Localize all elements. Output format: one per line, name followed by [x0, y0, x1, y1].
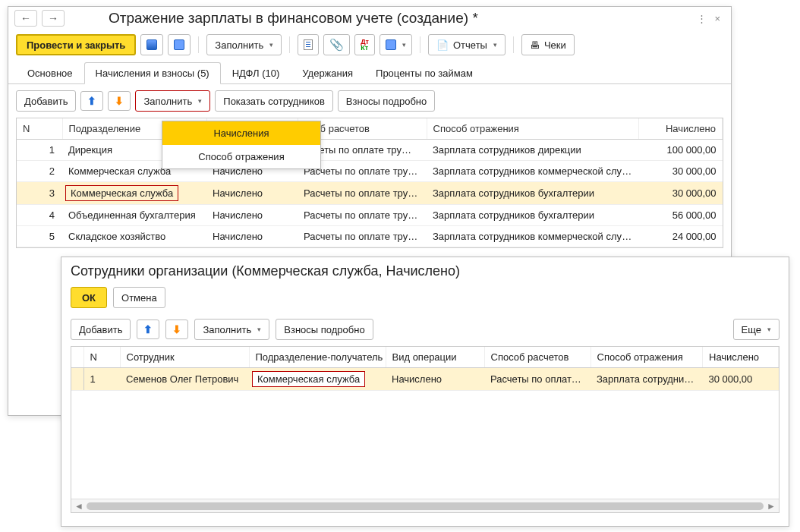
add-button[interactable]: Добавить	[16, 90, 76, 112]
col-n[interactable]: N	[83, 347, 120, 368]
cell-op: Начислено	[206, 182, 298, 205]
attach-button[interactable]: 📎	[323, 34, 350, 55]
chevron-down-icon: ▾	[493, 41, 497, 49]
col-dept[interactable]: Подразделение-получатель	[249, 347, 386, 368]
titlebar: ← → Отражение зарплаты в финансовом учет…	[8, 7, 731, 31]
col-n[interactable]: N	[17, 118, 62, 140]
save-button[interactable]	[140, 34, 163, 55]
tab-deductions[interactable]: Удержания	[291, 62, 364, 84]
cancel-button[interactable]: Отмена	[113, 287, 165, 308]
cell-amt: 30 000,00	[703, 368, 779, 391]
fill-button[interactable]: Заполнить ▾	[194, 319, 269, 340]
document-button[interactable]	[298, 34, 319, 55]
table-row[interactable]: 4 Объединенная бухгалтерия Начислено Рас…	[17, 205, 723, 226]
fill-dropdown: Начисления Способ отражения	[162, 121, 321, 169]
chevron-down-icon: ▾	[767, 326, 771, 333]
grid-header-row: N Сотрудник Подразделение-получатель Вид…	[71, 347, 779, 368]
tabs: Основное Начисления и взносы (5) НДФЛ (1…	[8, 61, 731, 84]
cell-calc: Расчеты по оплате …	[484, 368, 591, 391]
cell-n: 5	[17, 226, 62, 247]
close-icon[interactable]: ×	[714, 13, 720, 24]
extra-button[interactable]: ▾	[380, 34, 412, 55]
add-button[interactable]: Добавить	[71, 319, 131, 340]
cell-amt: 24 000,00	[639, 226, 723, 247]
col-employee[interactable]: Сотрудник	[120, 347, 249, 368]
grid-fill-button[interactable]: Заполнить ▾	[135, 90, 210, 112]
tab-ndfl[interactable]: НДФЛ (10)	[221, 62, 291, 84]
cell-dept: Коммерческая служба	[249, 368, 386, 391]
dtkt-icon: ДтКт	[361, 39, 369, 51]
col-op[interactable]: Вид операции	[386, 347, 484, 368]
tab-loans[interactable]: Проценты по займам	[364, 62, 484, 84]
contributions-detail-button[interactable]: Взносы подробно	[276, 319, 373, 340]
table-row[interactable]: 1 Семенов Олег Петрович Коммерческая слу…	[71, 368, 779, 391]
dialog-toolbar: ОК Отмена	[61, 284, 789, 316]
move-up-button[interactable]: ⬆	[137, 320, 159, 339]
cell-refl: Зарплата сотрудников коммерческой службы	[427, 161, 639, 182]
cell-op: Начислено	[206, 226, 298, 247]
window-title: Сотрудники организации (Коммерческая слу…	[71, 263, 460, 279]
ok-button[interactable]: ОК	[71, 287, 107, 308]
cell-dept: Складское хозяйство	[62, 226, 206, 247]
dropdown-item-reflection[interactable]: Способ отражения	[162, 145, 320, 168]
col-refl[interactable]: Способ отражения	[427, 118, 639, 140]
grid-header-row: N Подразделение особ расчетов Способ отр…	[17, 118, 723, 140]
main-toolbar: Провести и закрыть Заполнить▾ 📎 ДтКт ▾ 📄…	[8, 31, 731, 61]
post-button[interactable]	[168, 34, 191, 55]
col-amt[interactable]: Начислено	[703, 347, 779, 368]
cell-refl: Зарплата сотрудников дирекции	[427, 140, 639, 161]
employees-grid: N Сотрудник Подразделение-получатель Вид…	[71, 346, 780, 513]
cell-employee: Семенов Олег Петрович	[120, 368, 249, 391]
dropdown-item-accruals[interactable]: Начисления	[162, 121, 320, 145]
nav-forward-button[interactable]: →	[42, 10, 65, 27]
table-row[interactable]: 5 Складское хозяйство Начислено Расчеты …	[17, 226, 723, 247]
window-title: Отражение зарплаты в финансовом учете (с…	[69, 10, 692, 27]
separator	[198, 36, 199, 53]
move-down-button[interactable]: ⬇	[108, 91, 131, 111]
contributions-detail-button[interactable]: Взносы подробно	[338, 90, 435, 112]
cell-n: 4	[17, 205, 62, 226]
highlighted-cell: Коммерческая служба	[65, 185, 178, 201]
move-down-button[interactable]: ⬇	[165, 320, 188, 339]
tab-accruals[interactable]: Начисления и взносы (5)	[84, 62, 221, 84]
checks-button[interactable]: 🖶Чеки	[521, 34, 575, 55]
accruals-grid: N Подразделение особ расчетов Способ отр…	[16, 118, 723, 248]
cell-op: Начислено	[386, 368, 484, 391]
cell-refl: Зарплата сотрудников коммерческой службы	[427, 226, 639, 247]
horizontal-scrollbar[interactable]: ◄ ►	[71, 499, 779, 512]
fill-button[interactable]: Заполнить▾	[206, 34, 282, 55]
more-button[interactable]: Еще ▾	[733, 319, 780, 340]
col-calc[interactable]: Способ расчетов	[484, 347, 591, 368]
transactions-button[interactable]: ДтКт	[354, 34, 375, 55]
extra-icon	[386, 39, 396, 50]
separator	[420, 36, 420, 53]
move-up-button[interactable]: ⬆	[80, 91, 103, 111]
cell-amt: 30 000,00	[639, 161, 723, 182]
nav-back-button[interactable]: ←	[14, 10, 37, 27]
reports-button[interactable]: 📄Отчеты▾	[428, 34, 506, 55]
col-refl[interactable]: Способ отражения	[591, 347, 703, 368]
table-row[interactable]: 1 Дирекция асчеты по оплате тру… Зарплат…	[17, 140, 723, 161]
scroll-left-icon[interactable]: ◄	[74, 501, 83, 512]
post-and-close-button[interactable]: Провести и закрыть	[16, 34, 136, 55]
cell-calc: Расчеты по оплате тру…	[298, 182, 427, 205]
chevron-down-icon: ▾	[257, 326, 261, 333]
tab-main[interactable]: Основное	[16, 62, 84, 84]
cell-dept: Коммерческая служба	[62, 182, 206, 205]
scroll-right-icon[interactable]: ►	[767, 501, 776, 512]
cell-n: 1	[17, 140, 62, 161]
table-row[interactable]: 2 Коммерческая служба Начислено Расчеты …	[17, 161, 723, 182]
cell-amt: 30 000,00	[639, 182, 723, 205]
cell-amt: 56 000,00	[639, 205, 723, 226]
grid-toolbar: Добавить ⬆ ⬇ Заполнить ▾ Взносы подробно…	[61, 316, 789, 346]
row-handle[interactable]	[71, 368, 83, 391]
scroll-thumb[interactable]	[87, 502, 764, 510]
col-accrued[interactable]: Начислено	[639, 118, 723, 140]
cell-dept: Объединенная бухгалтерия	[62, 205, 206, 226]
chevron-down-icon: ▾	[269, 41, 273, 49]
menu-icon[interactable]: ⋮	[697, 13, 707, 24]
cell-amt: 100 000,00	[639, 140, 723, 161]
table-row[interactable]: 3 Коммерческая служба Начислено Расчеты …	[17, 182, 723, 205]
show-employees-button[interactable]: Показать сотрудников	[215, 90, 333, 112]
cell-n: 2	[17, 161, 62, 182]
